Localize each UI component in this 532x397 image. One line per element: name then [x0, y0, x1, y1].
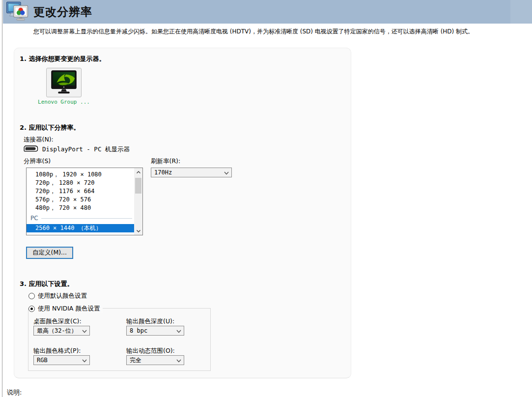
desktop-depth-select[interactable]: 最高（32-位）	[33, 326, 90, 336]
scrollbar-thumb[interactable]	[135, 178, 141, 194]
refresh-rate-value: 170Hz	[154, 169, 172, 176]
chevron-down-icon	[176, 358, 182, 364]
connector-value: DisplayPort - PC 机显示器	[42, 145, 130, 154]
radio-nvidia-label: 使用 NVIDIA 颜色设置	[38, 305, 100, 313]
resolution-item[interactable]: 480p， 720 × 480	[27, 204, 134, 212]
radio-default-label: 使用默认颜色设置	[38, 292, 87, 300]
scroll-down-icon[interactable]	[134, 227, 142, 235]
output-format-select[interactable]: RGB	[33, 355, 90, 365]
nav-splitter[interactable]	[0, 0, 2, 397]
display-tile-label: Lenovo Group ...	[36, 99, 91, 105]
displayport-icon	[24, 145, 38, 152]
dynamic-range-value: 完全	[130, 357, 141, 364]
radio-default-color[interactable]: 使用默认颜色设置	[28, 292, 90, 300]
page-header: 更改分辨率	[3, 0, 532, 24]
output-depth-value: 8 bpc	[130, 327, 147, 334]
note-label: 说明:	[7, 388, 22, 397]
output-format-value: RGB	[37, 357, 48, 364]
page-title: 更改分辨率	[33, 4, 92, 20]
list-scrollbar[interactable]	[134, 168, 142, 235]
resolution-item-selected[interactable]: 2560 × 1440 （本机）	[27, 224, 134, 232]
customize-button-label: 自定义(M)...	[32, 249, 67, 257]
radio-unchecked-icon	[28, 293, 35, 299]
resolution-item[interactable]: 720p， 1280 × 720	[27, 179, 134, 187]
dynamic-range-select[interactable]: 完全	[126, 355, 184, 365]
output-format-label: 输出颜色格式(P):	[33, 347, 81, 355]
resolution-item[interactable]: 1080p， 1920 × 1080	[27, 170, 134, 179]
nvidia-monitor-icon	[49, 70, 79, 95]
output-depth-label: 输出颜色深度(U):	[126, 317, 174, 326]
desktop-depth-label: 桌面颜色深度(C):	[33, 317, 82, 326]
resolution-item[interactable]: 720p， 1176 × 664	[27, 187, 134, 196]
dynamic-range-label: 输出动态范围(O):	[126, 347, 175, 355]
chevron-down-icon	[176, 328, 182, 334]
step3-heading: 3. 应用以下设置。	[20, 280, 74, 288]
output-depth-select[interactable]: 8 bpc	[126, 326, 184, 336]
chevron-down-icon	[82, 328, 87, 334]
radio-nvidia-color[interactable]: 使用 NVIDIA 颜色设置	[28, 305, 103, 313]
chevron-down-icon	[224, 170, 229, 176]
change-resolution-page: 更改分辨率 您可以调整屏幕上显示的信息量并减少闪烁。如果您正在使用高清晰度电视 …	[0, 0, 532, 397]
resolution-listbox: 1080p， 1920 × 1080 720p， 1280 × 720 720p…	[26, 168, 143, 235]
intro-text: 您可以调整屏幕上显示的信息量并减少闪烁。如果您正在使用高清晰度电视 (HDTV)…	[33, 28, 474, 36]
radio-checked-icon	[28, 306, 35, 312]
resolution-group-label: PC	[30, 215, 38, 222]
scroll-up-icon[interactable]	[134, 168, 142, 176]
group-separator-line	[41, 218, 132, 219]
header-right-shade	[510, 0, 532, 24]
resolution-list-label: 分辨率(S)	[24, 157, 51, 166]
refresh-rate-select[interactable]: 170Hz	[151, 168, 232, 177]
change-resolution-icon	[6, 1, 29, 23]
refresh-rate-label: 刷新率(R):	[151, 157, 180, 166]
resolution-item[interactable]: 576p， 720 × 576	[27, 196, 134, 204]
step1-heading: 1. 选择你想要变更的显示器。	[20, 55, 106, 63]
chevron-down-icon	[82, 358, 87, 364]
step2-heading: 2. 应用以下分辨率。	[20, 123, 80, 132]
connector-label: 连接器(N):	[24, 136, 54, 144]
desktop-depth-value: 最高（32-位）	[37, 327, 77, 334]
display-tile-lenovo[interactable]	[46, 68, 82, 97]
customize-button[interactable]: 自定义(M)...	[26, 247, 73, 259]
resolution-group-pc: PC	[27, 214, 134, 223]
